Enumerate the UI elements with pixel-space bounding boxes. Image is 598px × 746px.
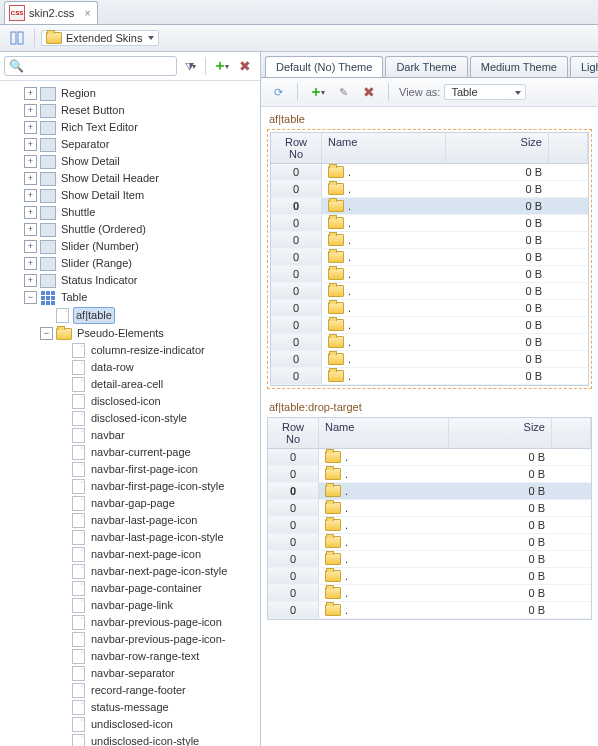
tree-node[interactable]: +Shuttle [2,204,260,221]
expand-icon[interactable]: + [24,138,37,151]
component-tree[interactable]: +Region+Reset Button+Rich Text Editor+Se… [0,81,260,746]
delete-button[interactable]: ✖ [234,55,256,77]
filter-button[interactable]: ⧩▾ [179,55,201,77]
expand-icon[interactable]: + [24,240,37,253]
tree-node[interactable]: +Status Indicator [2,272,260,289]
expand-icon[interactable]: + [24,223,37,236]
tree-node[interactable]: +Slider (Range) [2,255,260,272]
add-style-button[interactable]: ＋▾ [306,81,328,103]
table-row[interactable]: 0.0 B [268,568,591,585]
expand-icon[interactable]: + [24,274,37,287]
tree-node[interactable]: +Slider (Number) [2,238,260,255]
table-row[interactable]: 0.0 B [268,500,591,517]
table-row[interactable]: 0.0 B [271,351,588,368]
refresh-button[interactable]: ⟳ [267,81,289,103]
tree-node[interactable]: +Separator [2,136,260,153]
table-row[interactable]: 0.0 B [268,466,591,483]
theme-tab[interactable]: Light Theme [570,56,598,77]
tree-node[interactable]: disclosed-icon [2,393,260,410]
col-rowno[interactable]: RowNo [271,133,322,163]
add-button[interactable]: ＋▾ [210,55,232,77]
theme-tab[interactable]: Default (No) Theme [265,56,383,77]
expand-icon[interactable]: + [24,206,37,219]
table-row[interactable]: 0.0 B [271,317,588,334]
expand-icon[interactable]: + [24,155,37,168]
expand-icon[interactable]: + [24,121,37,134]
tree-node[interactable]: column-resize-indicator [2,342,260,359]
tree-node[interactable]: navbar-last-page-icon-style [2,529,260,546]
table-row[interactable]: 0.0 B [271,232,588,249]
tree-node[interactable]: disclosed-icon-style [2,410,260,427]
tree-node[interactable]: +Shuttle (Ordered) [2,221,260,238]
tree-node[interactable]: +Region [2,85,260,102]
table-row[interactable]: 0.0 B [271,164,588,181]
expand-icon[interactable]: + [24,257,37,270]
tree-node[interactable]: af|table [2,306,260,325]
table-row[interactable]: 0.0 B [268,585,591,602]
tree-node[interactable]: navbar-last-page-icon [2,512,260,529]
layout-toggle-button[interactable] [6,27,28,49]
expand-icon[interactable]: + [24,104,37,117]
col-name[interactable]: Name [322,133,446,163]
col-size[interactable]: Size [449,418,552,448]
table-row[interactable]: 0.0 B [271,300,588,317]
tree-node[interactable]: navbar [2,427,260,444]
tree-node[interactable]: detail-area-cell [2,376,260,393]
tree-node[interactable]: undisclosed-icon [2,716,260,733]
table-row[interactable]: 0.0 B [268,483,591,500]
tree-node[interactable]: +Show Detail Item [2,187,260,204]
tree-node[interactable]: −Table [2,289,260,306]
edit-button[interactable]: ✎ [332,81,354,103]
view-as-select[interactable]: Table [444,84,526,100]
col-rowno[interactable]: RowNo [268,418,319,448]
table-row[interactable]: 0.0 B [271,198,588,215]
tree-node[interactable]: navbar-page-container [2,580,260,597]
tree-node[interactable]: navbar-next-page-icon-style [2,563,260,580]
search-input[interactable]: 🔍 [4,56,177,76]
table-row[interactable]: 0.0 B [271,283,588,300]
tree-node[interactable]: navbar-separator [2,665,260,682]
table-row[interactable]: 0.0 B [271,368,588,385]
tree-node[interactable]: status-message [2,699,260,716]
tree-node[interactable]: +Show Detail Header [2,170,260,187]
table-row[interactable]: 0.0 B [271,215,588,232]
table-row[interactable]: 0.0 B [268,602,591,619]
theme-tab[interactable]: Dark Theme [385,56,467,77]
expand-icon[interactable]: + [24,87,37,100]
expand-icon[interactable]: + [24,172,37,185]
table-row[interactable]: 0.0 B [268,517,591,534]
collapse-icon[interactable]: − [24,291,37,304]
tree-node[interactable]: navbar-row-range-text [2,648,260,665]
table-row[interactable]: 0.0 B [271,249,588,266]
table-row[interactable]: 0.0 B [268,534,591,551]
tree-node[interactable]: navbar-current-page [2,444,260,461]
tree-node[interactable]: navbar-first-page-icon [2,461,260,478]
preview-scroll[interactable]: af|tableRowNoNameSize0.0 B0.0 B0.0 B0.0 … [261,107,598,746]
tree-node[interactable]: +Rich Text Editor [2,119,260,136]
tree-node[interactable]: navbar-page-link [2,597,260,614]
expand-icon[interactable]: + [24,189,37,202]
collapse-icon[interactable]: − [40,327,53,340]
theme-tab[interactable]: Medium Theme [470,56,568,77]
tree-node[interactable]: +Show Detail [2,153,260,170]
tree-node[interactable]: navbar-next-page-icon [2,546,260,563]
col-size[interactable]: Size [446,133,549,163]
col-name[interactable]: Name [319,418,449,448]
table-row[interactable]: 0.0 B [268,449,591,466]
tree-node[interactable]: −Pseudo-Elements [2,325,260,342]
tree-node[interactable]: +Reset Button [2,102,260,119]
tree-node[interactable]: undisclosed-icon-style [2,733,260,746]
close-icon[interactable]: × [84,7,90,19]
tree-node[interactable]: data-row [2,359,260,376]
tree-node[interactable]: navbar-previous-page-icon- [2,631,260,648]
search-field[interactable] [24,58,172,74]
table-row[interactable]: 0.0 B [271,266,588,283]
table-row[interactable]: 0.0 B [271,181,588,198]
extended-skins-dropdown[interactable]: Extended Skins [41,30,159,46]
tree-node[interactable]: navbar-first-page-icon-style [2,478,260,495]
table-row[interactable]: 0.0 B [268,551,591,568]
tree-node[interactable]: navbar-gap-page [2,495,260,512]
file-tab[interactable]: CSS skin2.css × [4,1,98,24]
tree-node[interactable]: record-range-footer [2,682,260,699]
tree-node[interactable]: navbar-previous-page-icon [2,614,260,631]
